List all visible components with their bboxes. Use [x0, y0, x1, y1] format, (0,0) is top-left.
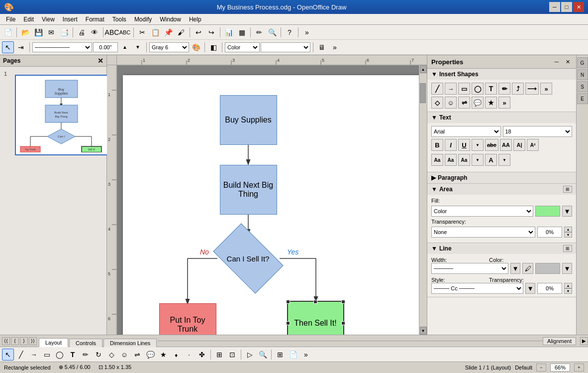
- pages-close-button[interactable]: ✕: [98, 57, 103, 65]
- menu-help[interactable]: Help: [185, 15, 205, 24]
- glue-tool[interactable]: ✤: [196, 349, 208, 361]
- char-highlight-button[interactable]: Aa: [458, 154, 470, 166]
- stars-tool[interactable]: ★: [157, 349, 169, 361]
- drawing-button[interactable]: ✏: [253, 26, 265, 38]
- zoom-increase-button[interactable]: +: [574, 364, 584, 372]
- bold-button[interactable]: B: [431, 139, 443, 151]
- underline-dropdown[interactable]: ▼: [472, 139, 484, 151]
- line-tool-bottom[interactable]: ╱: [15, 349, 27, 361]
- area-options-button[interactable]: ⊞: [563, 186, 572, 193]
- close-button[interactable]: ✕: [573, 2, 584, 12]
- autocorrect-button[interactable]: ABC: [119, 26, 131, 38]
- line-color-picker[interactable]: 🖊: [522, 263, 533, 274]
- tab-order-button[interactable]: ⇥: [15, 41, 27, 53]
- line-style-select[interactable]: ──── Cc ────: [431, 283, 523, 294]
- page-view[interactable]: 📄: [287, 349, 299, 361]
- more-bottom[interactable]: »: [300, 349, 312, 361]
- font-name-select[interactable]: Arial: [431, 126, 501, 137]
- transparency-type-select[interactable]: None: [431, 227, 535, 238]
- ellipse-tool[interactable]: ◯: [472, 83, 484, 95]
- connector-tool-bottom[interactable]: ⇌: [131, 349, 143, 361]
- insert-shapes-header[interactable]: ▼ Insert Shapes: [427, 69, 576, 80]
- menu-modify[interactable]: Modify: [130, 15, 156, 24]
- scroll-right-button[interactable]: ▶: [580, 337, 588, 345]
- speech-tool[interactable]: 💬: [472, 97, 484, 109]
- zoom-out[interactable]: 🔍: [257, 349, 269, 361]
- tab-last-button[interactable]: ⟩⟩: [29, 337, 37, 345]
- arrow2-tool[interactable]: ⟶: [525, 83, 539, 95]
- redo-button[interactable]: ↪: [205, 26, 217, 38]
- tab-prev-button[interactable]: ⟨: [11, 337, 19, 345]
- rect-tool[interactable]: ▭: [458, 83, 470, 95]
- menu-edit[interactable]: Edit: [19, 15, 38, 24]
- connector-tool[interactable]: ⤴: [512, 83, 524, 95]
- line-width-dropdown[interactable]: ▼: [510, 263, 520, 274]
- line-transparency-up[interactable]: ▲: [564, 283, 572, 288]
- scroll-up-button[interactable]: ▲: [420, 65, 427, 73]
- arrow-tool-bottom[interactable]: →: [28, 349, 40, 361]
- menu-format[interactable]: Format: [82, 15, 108, 24]
- email-button[interactable]: ✉: [45, 26, 57, 38]
- uppercase-button[interactable]: AA: [500, 139, 512, 151]
- copy-button[interactable]: 📋: [149, 26, 161, 38]
- tab-dimension-lines[interactable]: Dimension Lines: [103, 339, 157, 347]
- line-tool[interactable]: ╱: [431, 83, 443, 95]
- tab-first-button[interactable]: ⟨⟨: [2, 337, 10, 345]
- color-value-select[interactable]: [261, 42, 310, 52]
- star-tool[interactable]: ★: [485, 97, 497, 109]
- save-button[interactable]: 💾: [32, 26, 44, 38]
- basic-shapes-tool[interactable]: ◇: [105, 349, 117, 361]
- highlight-tool[interactable]: ✏: [498, 83, 510, 95]
- rotate-tool[interactable]: ↻: [93, 349, 104, 361]
- freehand-tool[interactable]: ✏: [80, 349, 92, 361]
- navigator-icon[interactable]: N: [577, 69, 588, 80]
- superscript-button[interactable]: A²: [527, 139, 539, 151]
- open-button[interactable]: 📂: [19, 26, 31, 38]
- flow-chart-tool[interactable]: ⬧: [170, 349, 182, 361]
- line-options-button[interactable]: ⊞: [563, 245, 572, 252]
- new-button[interactable]: 📄: [2, 26, 14, 38]
- chart-button[interactable]: 📊: [223, 26, 235, 38]
- line-style-select[interactable]: ─────────: [32, 42, 92, 52]
- area-header[interactable]: ▼ Area ⊞: [427, 184, 576, 195]
- styles-icon[interactable]: S: [577, 81, 588, 92]
- rect-tool-bottom[interactable]: ▭: [41, 349, 53, 361]
- print-button[interactable]: 🖨: [76, 26, 88, 38]
- flow-tool[interactable]: ⇌: [458, 97, 470, 109]
- undo-button[interactable]: ↩: [193, 26, 204, 38]
- shadow-button[interactable]: ◧: [207, 41, 219, 53]
- line-width-down[interactable]: ▼: [132, 41, 144, 53]
- alignment-button[interactable]: Alignment: [543, 337, 576, 345]
- more-tool[interactable]: »: [498, 97, 510, 109]
- tab-controls[interactable]: Controls: [69, 339, 102, 347]
- toggle-grid[interactable]: ⊞: [213, 349, 225, 361]
- emoji-tool[interactable]: ☺: [445, 97, 457, 109]
- properties-collapse-button[interactable]: ─: [552, 57, 561, 66]
- tab-next-button[interactable]: ⟩: [20, 337, 28, 345]
- line-width-select[interactable]: ─────: [431, 263, 508, 274]
- callout-tool[interactable]: 💬: [144, 349, 156, 361]
- presentation-mode[interactable]: ▷: [244, 349, 256, 361]
- scroll-thumb[interactable]: [420, 83, 426, 103]
- build-shape[interactable]: Build Next Big Thing: [220, 165, 277, 215]
- tab-layout[interactable]: Layout: [39, 338, 68, 347]
- underline-button[interactable]: U: [458, 139, 470, 151]
- text-header[interactable]: ▼ Text: [427, 112, 576, 123]
- arrow-tool[interactable]: →: [445, 83, 457, 95]
- scroll-down-button[interactable]: ▼: [420, 327, 427, 335]
- zoom-input[interactable]: [550, 364, 570, 372]
- menu-file[interactable]: File: [2, 15, 19, 24]
- font-size-select[interactable]: 18: [503, 126, 573, 137]
- line-transparency-down[interactable]: ▼: [564, 288, 572, 294]
- fill-type-select[interactable]: Color: [431, 206, 533, 217]
- buy-supplies-shape[interactable]: Buy Supplies: [220, 95, 277, 145]
- gallery-icon[interactable]: G: [577, 57, 588, 68]
- fill-color-swatch[interactable]: [535, 206, 560, 217]
- more-button[interactable]: »: [301, 26, 313, 38]
- transparency-down-button[interactable]: ▼: [564, 232, 572, 238]
- paste-button[interactable]: 📌: [162, 26, 174, 38]
- display-grid[interactable]: ⊞: [274, 349, 286, 361]
- char-style-button[interactable]: Aa: [431, 154, 443, 166]
- print-preview-button[interactable]: 👁: [89, 26, 100, 38]
- symbol-shapes-tool[interactable]: ☺: [118, 349, 130, 361]
